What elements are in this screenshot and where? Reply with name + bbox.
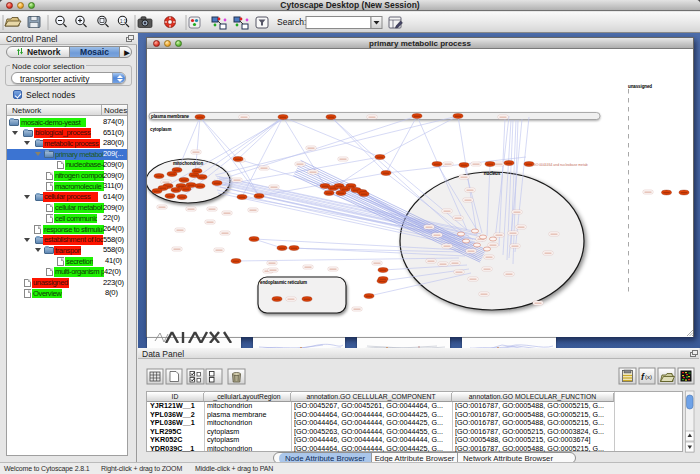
svg-text:mitochondrion: mitochondrion [173,161,204,166]
svg-text:plasma membrane: plasma membrane [151,114,190,119]
svg-text:Search:: Search: [277,17,306,27]
svg-text:unassigned: unassigned [628,84,652,89]
svg-text:nucleus: nucleus [484,171,501,176]
svg-text:endoplasmic reticulum: endoplasmic reticulum [260,280,307,285]
svg-text:(x): (x) [645,374,652,380]
svg-text:cytoplasm: cytoplasm [150,127,171,132]
svg-text:1:1: 1:1 [120,19,127,24]
svg-text:GO:0044464 and nucleobase meta: GO:0044464 and nucleobase metab [533,163,588,167]
